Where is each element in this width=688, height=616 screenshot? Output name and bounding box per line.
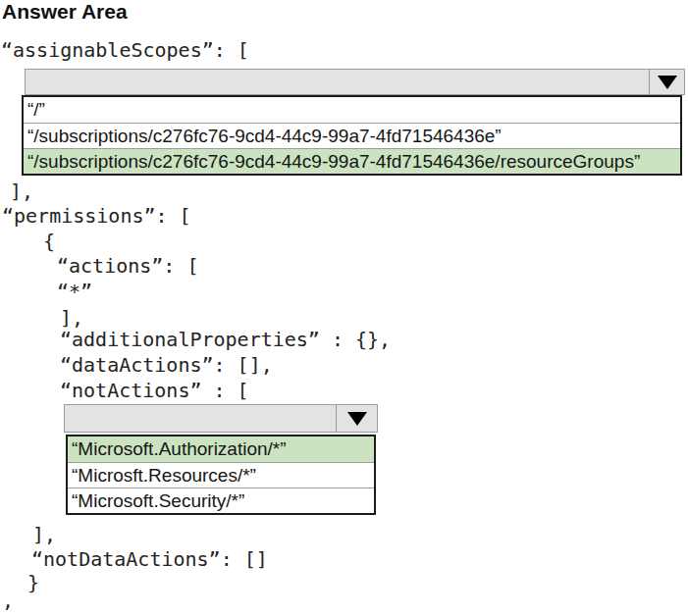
answer-area: Answer Area “assignableScopes”: [ ], “pe… <box>0 0 688 616</box>
not-actions-dropdown[interactable] <box>64 404 378 433</box>
code-line-data-actions: “dataActions”: [], <box>60 353 273 378</box>
chevron-down-icon <box>658 76 677 89</box>
option-microsft-resources[interactable]: “Microsft.Resources/*” <box>68 462 374 488</box>
option-subscription-resource-groups-scope[interactable]: “/subscriptions/c276fc76-9cd4-44c9-99a7-… <box>24 148 680 174</box>
assignable-scopes-dropdown-button[interactable] <box>649 70 684 94</box>
option-microsoft-security[interactable]: “Microsoft.Security/*” <box>68 488 374 513</box>
assignable-scopes-options: “/” “/subscriptions/c276fc76-9cd4-44c9-9… <box>22 95 682 176</box>
code-line-trailing-comma: , <box>2 589 14 613</box>
code-line-additional-properties: “additionalProperties” : {}, <box>60 328 391 352</box>
code-line-permissions: “permissions”: [ <box>2 204 191 229</box>
code-line-close-brace: } <box>27 571 39 595</box>
code-line-close-assignable: ], <box>10 180 33 204</box>
code-line-actions: “actions”: [ <box>57 254 199 279</box>
option-subscription-scope[interactable]: “/subscriptions/c276fc76-9cd4-44c9-99a7-… <box>24 123 680 148</box>
code-line-not-data-actions: “notDataActions”: [] <box>31 547 268 572</box>
code-line-not-actions: “notActions” : [ <box>60 379 249 403</box>
chevron-down-icon <box>347 412 367 426</box>
page-title: Answer Area <box>2 0 128 24</box>
option-microsoft-authorization[interactable]: “Microsoft.Authorization/*” <box>68 436 374 462</box>
code-line-assignable-scopes: “assignableScopes”: [ <box>1 38 249 63</box>
code-line-star: “*” <box>57 280 92 304</box>
not-actions-options: “Microsoft.Authorization/*” “Microsft.Re… <box>66 435 376 515</box>
code-line-open-brace: { <box>43 230 55 254</box>
assignable-scopes-dropdown-value <box>26 70 649 94</box>
assignable-scopes-dropdown[interactable] <box>25 69 685 95</box>
not-actions-dropdown-button[interactable] <box>336 405 377 432</box>
not-actions-dropdown-value <box>65 405 336 432</box>
code-line-close-not-actions: ], <box>32 523 56 547</box>
option-root-scope[interactable]: “/” <box>24 97 680 123</box>
